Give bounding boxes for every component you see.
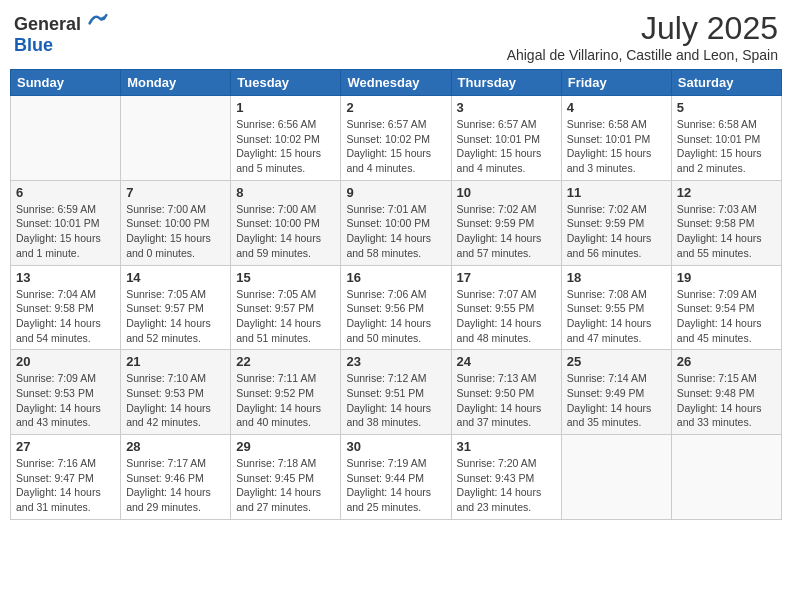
day-info: Sunrise: 7:10 AM Sunset: 9:53 PM Dayligh… <box>126 371 225 430</box>
day-number: 28 <box>126 439 225 454</box>
logo-icon <box>88 10 108 30</box>
calendar-cell: 29Sunrise: 7:18 AM Sunset: 9:45 PM Dayli… <box>231 435 341 520</box>
day-number: 31 <box>457 439 556 454</box>
calendar-cell: 11Sunrise: 7:02 AM Sunset: 9:59 PM Dayli… <box>561 180 671 265</box>
calendar-cell: 1Sunrise: 6:56 AM Sunset: 10:02 PM Dayli… <box>231 96 341 181</box>
day-number: 21 <box>126 354 225 369</box>
day-info: Sunrise: 7:17 AM Sunset: 9:46 PM Dayligh… <box>126 456 225 515</box>
day-info: Sunrise: 6:58 AM Sunset: 10:01 PM Daylig… <box>677 117 776 176</box>
calendar-day-header: Wednesday <box>341 70 451 96</box>
day-info: Sunrise: 7:01 AM Sunset: 10:00 PM Daylig… <box>346 202 445 261</box>
day-number: 20 <box>16 354 115 369</box>
calendar-day-header: Saturday <box>671 70 781 96</box>
day-number: 15 <box>236 270 335 285</box>
day-number: 5 <box>677 100 776 115</box>
day-info: Sunrise: 7:08 AM Sunset: 9:55 PM Dayligh… <box>567 287 666 346</box>
day-number: 1 <box>236 100 335 115</box>
calendar-cell: 16Sunrise: 7:06 AM Sunset: 9:56 PM Dayli… <box>341 265 451 350</box>
day-info: Sunrise: 7:05 AM Sunset: 9:57 PM Dayligh… <box>236 287 335 346</box>
calendar-cell: 30Sunrise: 7:19 AM Sunset: 9:44 PM Dayli… <box>341 435 451 520</box>
calendar-cell <box>671 435 781 520</box>
day-info: Sunrise: 7:13 AM Sunset: 9:50 PM Dayligh… <box>457 371 556 430</box>
calendar-cell: 8Sunrise: 7:00 AM Sunset: 10:00 PM Dayli… <box>231 180 341 265</box>
logo-text: General Blue <box>14 10 108 56</box>
day-number: 22 <box>236 354 335 369</box>
day-number: 26 <box>677 354 776 369</box>
calendar-day-header: Monday <box>121 70 231 96</box>
calendar-cell: 10Sunrise: 7:02 AM Sunset: 9:59 PM Dayli… <box>451 180 561 265</box>
calendar-cell: 18Sunrise: 7:08 AM Sunset: 9:55 PM Dayli… <box>561 265 671 350</box>
page-header: General Blue July 2025 Ahigal de Villari… <box>10 10 782 63</box>
day-number: 13 <box>16 270 115 285</box>
day-info: Sunrise: 7:18 AM Sunset: 9:45 PM Dayligh… <box>236 456 335 515</box>
day-info: Sunrise: 6:57 AM Sunset: 10:02 PM Daylig… <box>346 117 445 176</box>
calendar-cell: 2Sunrise: 6:57 AM Sunset: 10:02 PM Dayli… <box>341 96 451 181</box>
calendar-cell: 25Sunrise: 7:14 AM Sunset: 9:49 PM Dayli… <box>561 350 671 435</box>
day-number: 24 <box>457 354 556 369</box>
logo-general: General <box>14 14 81 34</box>
calendar-cell: 15Sunrise: 7:05 AM Sunset: 9:57 PM Dayli… <box>231 265 341 350</box>
day-info: Sunrise: 7:02 AM Sunset: 9:59 PM Dayligh… <box>457 202 556 261</box>
calendar-day-header: Sunday <box>11 70 121 96</box>
location-subtitle: Ahigal de Villarino, Castille and Leon, … <box>507 47 778 63</box>
calendar-day-header: Tuesday <box>231 70 341 96</box>
day-info: Sunrise: 7:09 AM Sunset: 9:54 PM Dayligh… <box>677 287 776 346</box>
calendar-cell: 21Sunrise: 7:10 AM Sunset: 9:53 PM Dayli… <box>121 350 231 435</box>
day-info: Sunrise: 7:11 AM Sunset: 9:52 PM Dayligh… <box>236 371 335 430</box>
logo-blue: Blue <box>14 35 53 55</box>
day-number: 27 <box>16 439 115 454</box>
day-info: Sunrise: 7:02 AM Sunset: 9:59 PM Dayligh… <box>567 202 666 261</box>
calendar-cell: 4Sunrise: 6:58 AM Sunset: 10:01 PM Dayli… <box>561 96 671 181</box>
calendar-week-row: 6Sunrise: 6:59 AM Sunset: 10:01 PM Dayli… <box>11 180 782 265</box>
day-info: Sunrise: 7:19 AM Sunset: 9:44 PM Dayligh… <box>346 456 445 515</box>
calendar-day-header: Friday <box>561 70 671 96</box>
day-info: Sunrise: 7:07 AM Sunset: 9:55 PM Dayligh… <box>457 287 556 346</box>
day-info: Sunrise: 6:58 AM Sunset: 10:01 PM Daylig… <box>567 117 666 176</box>
day-number: 19 <box>677 270 776 285</box>
day-number: 18 <box>567 270 666 285</box>
calendar-header-row: SundayMondayTuesdayWednesdayThursdayFrid… <box>11 70 782 96</box>
day-info: Sunrise: 7:04 AM Sunset: 9:58 PM Dayligh… <box>16 287 115 346</box>
calendar-cell: 28Sunrise: 7:17 AM Sunset: 9:46 PM Dayli… <box>121 435 231 520</box>
day-number: 7 <box>126 185 225 200</box>
calendar-cell: 23Sunrise: 7:12 AM Sunset: 9:51 PM Dayli… <box>341 350 451 435</box>
calendar-cell: 24Sunrise: 7:13 AM Sunset: 9:50 PM Dayli… <box>451 350 561 435</box>
logo: General Blue <box>14 10 108 56</box>
day-info: Sunrise: 6:59 AM Sunset: 10:01 PM Daylig… <box>16 202 115 261</box>
day-number: 4 <box>567 100 666 115</box>
day-info: Sunrise: 7:09 AM Sunset: 9:53 PM Dayligh… <box>16 371 115 430</box>
day-number: 9 <box>346 185 445 200</box>
day-number: 23 <box>346 354 445 369</box>
day-number: 11 <box>567 185 666 200</box>
calendar-cell: 27Sunrise: 7:16 AM Sunset: 9:47 PM Dayli… <box>11 435 121 520</box>
day-number: 30 <box>346 439 445 454</box>
calendar-cell: 6Sunrise: 6:59 AM Sunset: 10:01 PM Dayli… <box>11 180 121 265</box>
calendar-cell: 17Sunrise: 7:07 AM Sunset: 9:55 PM Dayli… <box>451 265 561 350</box>
calendar-week-row: 13Sunrise: 7:04 AM Sunset: 9:58 PM Dayli… <box>11 265 782 350</box>
day-number: 16 <box>346 270 445 285</box>
calendar-day-header: Thursday <box>451 70 561 96</box>
day-number: 8 <box>236 185 335 200</box>
day-info: Sunrise: 7:06 AM Sunset: 9:56 PM Dayligh… <box>346 287 445 346</box>
calendar-week-row: 1Sunrise: 6:56 AM Sunset: 10:02 PM Dayli… <box>11 96 782 181</box>
day-number: 10 <box>457 185 556 200</box>
calendar-cell: 7Sunrise: 7:00 AM Sunset: 10:00 PM Dayli… <box>121 180 231 265</box>
month-title: July 2025 <box>507 10 778 47</box>
calendar-cell: 12Sunrise: 7:03 AM Sunset: 9:58 PM Dayli… <box>671 180 781 265</box>
calendar-cell <box>561 435 671 520</box>
calendar-cell: 13Sunrise: 7:04 AM Sunset: 9:58 PM Dayli… <box>11 265 121 350</box>
calendar-cell: 26Sunrise: 7:15 AM Sunset: 9:48 PM Dayli… <box>671 350 781 435</box>
day-info: Sunrise: 7:20 AM Sunset: 9:43 PM Dayligh… <box>457 456 556 515</box>
day-number: 29 <box>236 439 335 454</box>
calendar-cell: 31Sunrise: 7:20 AM Sunset: 9:43 PM Dayli… <box>451 435 561 520</box>
day-info: Sunrise: 7:14 AM Sunset: 9:49 PM Dayligh… <box>567 371 666 430</box>
calendar-cell: 5Sunrise: 6:58 AM Sunset: 10:01 PM Dayli… <box>671 96 781 181</box>
calendar-cell <box>121 96 231 181</box>
day-info: Sunrise: 7:03 AM Sunset: 9:58 PM Dayligh… <box>677 202 776 261</box>
day-number: 17 <box>457 270 556 285</box>
day-number: 14 <box>126 270 225 285</box>
day-info: Sunrise: 6:56 AM Sunset: 10:02 PM Daylig… <box>236 117 335 176</box>
day-info: Sunrise: 7:00 AM Sunset: 10:00 PM Daylig… <box>126 202 225 261</box>
calendar-cell: 19Sunrise: 7:09 AM Sunset: 9:54 PM Dayli… <box>671 265 781 350</box>
day-info: Sunrise: 6:57 AM Sunset: 10:01 PM Daylig… <box>457 117 556 176</box>
